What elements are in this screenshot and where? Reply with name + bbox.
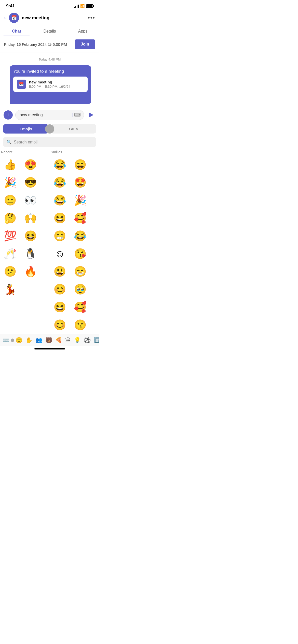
send-arrow-icon xyxy=(89,112,93,118)
signal-icon xyxy=(74,4,79,8)
keyboard-tool-icon[interactable]: ⌨️ xyxy=(1,336,11,345)
emoji-penguin[interactable]: 🐧 xyxy=(20,245,41,262)
symbols-tool-icon[interactable]: #️⃣ xyxy=(92,336,99,345)
emoji-lovely[interactable]: 🥰 xyxy=(70,209,90,227)
invite-meeting-name: new meeting xyxy=(29,80,84,84)
emoji-smile2[interactable]: 😊 xyxy=(50,280,70,298)
emoji-joy3[interactable]: 😂 xyxy=(70,227,90,245)
lightbulb-tool-icon[interactable]: 💡 xyxy=(72,336,82,345)
invite-card-info: new meeting 5:00 PM – 5:30 PM, 16/2/24 xyxy=(29,80,84,89)
header: ‹ 📅 new meeting ••• xyxy=(0,11,99,26)
join-banner: Friday, 16 February 2024 @ 5:00 PM Join xyxy=(0,36,99,52)
smilies-emoji-grid: 😂 😄 😂 🤩 😂 🎉 😆 🥰 😁 😂 ☺️ 😘 😃 😁 😊 🥹 😆 🥰 😊 xyxy=(50,156,99,334)
people-tool-icon[interactable]: 👥 xyxy=(34,336,44,345)
tab-chat[interactable]: Chat xyxy=(0,26,33,36)
emoji-party[interactable]: 🎉 xyxy=(0,173,20,191)
chat-area: Today 4:48 PM You're invited to a meetin… xyxy=(0,52,99,107)
emoji-clinking[interactable]: 🥂 xyxy=(0,245,20,262)
emoji-100[interactable]: 💯 xyxy=(0,227,20,245)
calendar-icon: 📅 xyxy=(11,15,17,21)
mic-tool-icon[interactable] xyxy=(11,339,14,342)
emoji-laugh2[interactable]: 😆 xyxy=(50,209,70,227)
emoji-heart-eyes[interactable]: 😍 xyxy=(20,156,41,173)
emoji-relaxed[interactable]: 😊 xyxy=(50,316,70,334)
emoji-fire[interactable]: 🔥 xyxy=(20,262,41,280)
smiley-tool-icon[interactable]: 🙂 xyxy=(14,336,24,345)
hand-tool-icon[interactable]: ✋ xyxy=(24,336,34,345)
emoji-starry-eyes[interactable]: 🤩 xyxy=(70,173,90,191)
emoji-joy[interactable]: 😂 xyxy=(50,156,70,173)
cursor xyxy=(73,113,73,117)
home-bar xyxy=(34,348,65,349)
emoji-thinking[interactable]: 🤔 xyxy=(0,209,20,227)
status-icons: 📶 xyxy=(74,4,93,8)
invite-calendar-icon: 📅 xyxy=(17,80,26,89)
emoji-joy2[interactable]: 😂 xyxy=(50,191,70,209)
emoji-dancer[interactable]: 💃 xyxy=(0,280,20,298)
back-button[interactable]: ‹ xyxy=(4,14,6,21)
message-input[interactable]: new meeting xyxy=(20,113,72,117)
emoji-laugh[interactable]: 😆 xyxy=(20,227,41,245)
read-receipt-icon: ✓ xyxy=(13,94,88,103)
emoji-holding-back[interactable]: 🥹 xyxy=(70,280,90,298)
emoji-search-placeholder: Search emoji xyxy=(14,140,37,144)
conversation-title: new meeting xyxy=(22,15,88,21)
emoji-thumbsup[interactable]: 👍 xyxy=(0,156,20,173)
invite-title: You're invited to a meeting xyxy=(13,69,88,74)
sports-tool-icon[interactable]: ⚽ xyxy=(82,336,92,345)
emoji-open[interactable]: 😃 xyxy=(50,262,70,280)
recent-emoji-grid: 👍 😍 🎉 😎 😐 👀 🤔 🙌 💯 😆 🥂 🐧 😕 🔥 💃 xyxy=(0,156,50,298)
emoji-grin2[interactable]: 😁 xyxy=(70,262,90,280)
buildings-tool-icon[interactable]: 🏛 xyxy=(64,336,72,345)
invite-meeting-time: 5:00 PM – 5:30 PM, 16/2/24 xyxy=(29,85,84,89)
food-tool-icon[interactable]: 🍕 xyxy=(54,336,64,345)
emoji-tab-bar: Emojis GIFs xyxy=(0,123,99,135)
search-icon: 🔍 xyxy=(7,140,12,144)
battery-icon xyxy=(86,4,93,8)
status-time: 9:41 xyxy=(6,4,15,9)
emoji-lovely2[interactable]: 🥰 xyxy=(70,298,90,316)
smilies-emojis-column: Smilies 😂 😄 😂 🤩 😂 🎉 😆 🥰 😁 😂 ☺️ 😘 😃 😁 😊 🥹… xyxy=(50,149,99,334)
emoji-kiss[interactable]: 😘 xyxy=(70,245,90,262)
smilies-section-header: Smilies xyxy=(50,149,99,156)
send-button[interactable] xyxy=(87,110,96,120)
keyboard-toggle-icon[interactable]: ⌨ xyxy=(74,112,81,118)
invite-message-bubble: You're invited to a meeting 📅 new meetin… xyxy=(10,65,91,104)
emoji-smile[interactable]: 😄 xyxy=(70,156,90,173)
emoji-grin[interactable]: 😁 xyxy=(50,227,70,245)
emoji-confused[interactable]: 😕 xyxy=(0,262,20,280)
emoji-party2[interactable]: 🎉 xyxy=(70,191,90,209)
emoji-sunglasses[interactable]: 😎 xyxy=(20,173,41,191)
emoji-ghost-laugh[interactable]: 😂 xyxy=(50,173,70,191)
emoji-eyes[interactable]: 👀 xyxy=(20,191,41,209)
recent-section-header: Recent xyxy=(0,149,50,156)
wifi-icon: 📶 xyxy=(80,4,85,8)
avatar: 📅 xyxy=(9,13,19,23)
tab-gifs[interactable]: GIFs xyxy=(51,124,96,134)
more-options-button[interactable]: ••• xyxy=(88,14,95,21)
tab-details[interactable]: Details xyxy=(33,26,66,36)
invite-card[interactable]: 📅 new meeting 5:00 PM – 5:30 PM, 16/2/24 xyxy=(13,77,88,92)
tab-apps[interactable]: Apps xyxy=(66,26,99,36)
emoji-grid-container: Recent 👍 😍 🎉 😎 😐 👀 🤔 🙌 💯 😆 🥂 🐧 😕 🔥 💃 xyxy=(0,149,99,334)
join-button[interactable]: Join xyxy=(75,39,95,49)
emoji-guffaw[interactable]: 😆 xyxy=(50,298,70,316)
emoji-panel: Emojis GIFs 🔍 Search emoji Recent 👍 😍 🎉 … xyxy=(0,123,99,346)
message-timestamp: Today 4:48 PM xyxy=(4,57,95,61)
add-attachment-button[interactable]: + xyxy=(4,110,13,120)
emoji-neutral[interactable]: 😐 xyxy=(0,191,20,209)
meeting-date: Friday, 16 February 2024 @ 5:00 PM xyxy=(4,42,67,47)
recent-emojis-column: Recent 👍 😍 🎉 😎 😐 👀 🤔 🙌 💯 😆 🥂 🐧 😕 🔥 💃 xyxy=(0,149,50,334)
emoji-toolbar: ⌨️ 🙂 ✋ 👥 🐻 🍕 🏛 💡 ⚽ #️⃣ ⌫ xyxy=(0,334,99,346)
emoji-whistle[interactable]: 😗 xyxy=(70,316,90,334)
message-input-row: + new meeting ⌨ xyxy=(0,107,99,123)
emoji-blush[interactable]: ☺️ xyxy=(50,245,70,262)
tab-bar: Chat Details Apps xyxy=(0,26,99,36)
animals-tool-icon[interactable]: 🐻 xyxy=(44,336,54,345)
tab-emojis[interactable]: Emojis xyxy=(3,124,49,134)
emoji-search-bar[interactable]: 🔍 Search emoji xyxy=(3,137,96,147)
home-indicator xyxy=(0,346,99,350)
emoji-raised-hands[interactable]: 🙌 xyxy=(20,209,41,227)
status-bar: 9:41 📶 xyxy=(0,0,99,11)
tab-divider xyxy=(45,124,54,134)
